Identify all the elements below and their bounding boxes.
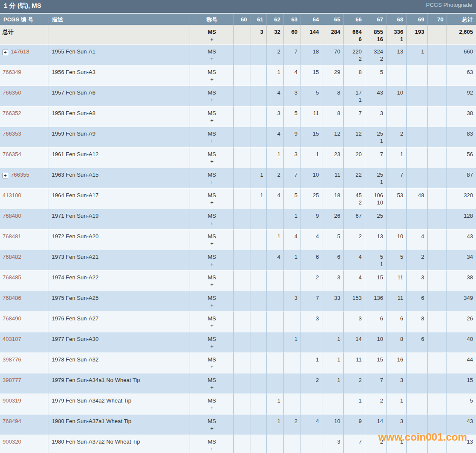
pcgs-number-link[interactable]: 768490 — [3, 315, 21, 322]
pcgs-number-cell: 413100 — [0, 189, 48, 209]
grade-cell: 153 — [343, 291, 365, 312]
grade-cell: 1 — [250, 168, 266, 189]
coin-description: 1971 Fen Sun-A19 — [48, 209, 190, 230]
grade-count: 855 — [369, 28, 383, 36]
pcgs-number-link[interactable]: 900320 — [3, 438, 21, 445]
grade-plus-count: 16 — [369, 36, 383, 43]
grade-cell: 18 — [300, 45, 322, 65]
col-header-pcgs-no: PCGS 编 号 — [0, 14, 48, 25]
pcgs-number-link[interactable]: 768486 — [3, 295, 21, 301]
coin-description: 1977 Fen Sun-A30 — [48, 332, 190, 353]
grade-cell: 3 — [283, 148, 300, 168]
grade-cell: 4 — [343, 250, 365, 271]
grade-count: 1 — [270, 233, 280, 240]
pcgs-number-link[interactable]: 766355 — [11, 172, 29, 178]
grade-cell: 2202 — [343, 45, 365, 65]
pcgs-number-link[interactable]: 768494 — [3, 418, 21, 424]
grade-cell: 8 — [322, 107, 343, 127]
designation-plus-label: + — [193, 137, 230, 145]
pcgs-number-link[interactable]: 398777 — [3, 377, 21, 383]
pcgs-number-link[interactable]: 403107 — [3, 336, 21, 342]
pcgs-number-cell: 768485 — [0, 271, 48, 291]
grade-count: 4 — [347, 274, 362, 281]
pcgs-number-link[interactable]: 900319 — [3, 397, 21, 404]
grade-cell — [233, 271, 250, 291]
grade-cell: 6 — [365, 312, 386, 332]
grade-cell — [427, 394, 446, 415]
grade-cell: 10 — [365, 332, 386, 353]
grade-count: 4 — [270, 192, 280, 199]
grade-cell: 10 — [386, 86, 406, 107]
grade-cell: 3 — [283, 291, 300, 312]
table-row: 7663531959 Fen Sun-A9MS+49151212251283 — [0, 127, 476, 148]
grade-cell: 29 — [322, 65, 343, 86]
grade-cell: 11 — [300, 107, 322, 127]
designation-ms-label: MS — [193, 294, 230, 302]
grade-cell — [266, 291, 283, 312]
grade-count: 1 — [326, 376, 340, 384]
grade-count: 336 — [390, 28, 403, 36]
grade-cell: 3 — [343, 312, 365, 332]
grade-cell: 2 — [266, 168, 283, 189]
grade-cell — [233, 45, 250, 65]
pcgs-number-link[interactable]: 398776 — [3, 356, 21, 363]
photograde-link[interactable]: PCGS Photograde — [426, 2, 472, 8]
grade-count: 4 — [304, 417, 319, 425]
grade-cell: 3 — [386, 415, 406, 435]
grade-plus-count: 6 — [347, 36, 362, 43]
pcgs-number-link[interactable]: 768485 — [3, 274, 21, 281]
grade-count: 3 — [287, 151, 298, 158]
pcgs-number-link[interactable]: 768482 — [3, 254, 21, 260]
pcgs-number-link[interactable]: 766354 — [3, 151, 21, 157]
expand-plus-icon[interactable]: + — [3, 173, 8, 178]
grade-cell: 8 — [386, 332, 406, 353]
grade-cell: 1 — [283, 250, 300, 271]
pcgs-number-link[interactable]: 766353 — [3, 130, 21, 137]
row-total: 92 — [446, 86, 476, 107]
pcgs-number-cell: +766355 — [0, 168, 48, 189]
grade-cell: 7 — [283, 168, 300, 189]
grade-count: 2 — [270, 171, 280, 178]
grade-cell: 60 — [283, 25, 300, 45]
grade-cell: 3 — [365, 107, 386, 127]
grade-cell — [250, 373, 266, 394]
grade-count: 3 — [369, 110, 383, 117]
expand-plus-icon[interactable]: + — [3, 50, 8, 55]
table-row: 3987761978 Fen Sun-A32MS+1111151644 — [0, 353, 476, 373]
pcgs-number-link[interactable]: 766350 — [3, 89, 21, 96]
grade-count: 8 — [326, 89, 340, 96]
grade-cell: 9 — [343, 415, 365, 435]
pcgs-number-link[interactable]: 768481 — [3, 233, 21, 240]
grade-cell — [427, 415, 446, 435]
coin-description: 1978 Fen Sun-A32 — [48, 353, 190, 373]
pcgs-number-link[interactable]: 766352 — [3, 110, 21, 116]
grade-cell: 8 — [343, 65, 365, 86]
pcgs-number-link[interactable]: 147618 — [11, 48, 29, 55]
grade-cell — [250, 230, 266, 250]
coin-description: 1980 Fen Sun-A37a1 Wheat Tip — [48, 415, 190, 435]
pcgs-number-link[interactable]: 768480 — [3, 213, 21, 219]
grade-count: 3 — [347, 315, 362, 322]
designation-ms-label: MS — [193, 253, 230, 261]
grade-count: 10 — [326, 417, 340, 425]
grade-cell: 3 — [322, 435, 343, 453]
grade-cell — [427, 353, 446, 373]
designation-cell: MS+ — [190, 107, 233, 127]
grade-cell: 1 — [386, 435, 406, 453]
designation-ms-label: MS — [193, 438, 230, 445]
designation-cell: MS+ — [190, 148, 233, 168]
grade-cell: 2 — [343, 373, 365, 394]
row-total: 87 — [446, 168, 476, 189]
grade-cell — [266, 209, 283, 230]
designation-cell: MS+ — [190, 86, 233, 107]
designation-ms-label: MS — [193, 376, 230, 384]
grade-count: 1 — [270, 397, 280, 404]
grade-count: 2 — [304, 376, 319, 384]
grade-cell: 1 — [266, 148, 283, 168]
grade-cell: 4 — [266, 189, 283, 209]
grade-count: 1 — [287, 335, 298, 343]
pcgs-number-link[interactable]: 766349 — [3, 69, 21, 75]
table-row: 7684861975 Fen Sun-A25MS+373315313611634… — [0, 291, 476, 312]
pcgs-number-link[interactable]: 413100 — [3, 192, 21, 198]
grade-count: 324 — [369, 48, 383, 55]
